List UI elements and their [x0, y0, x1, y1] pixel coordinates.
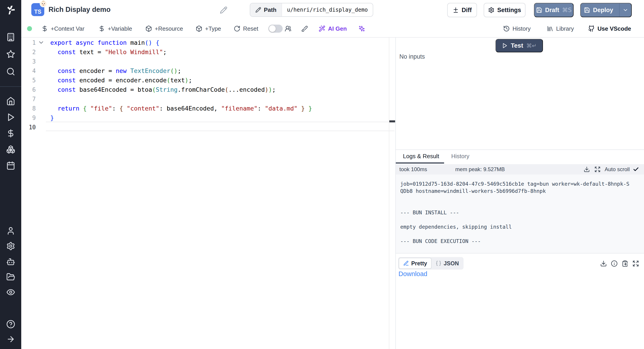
add-context-var-label: +Context Var: [51, 25, 84, 32]
job-logs[interactable]: job=01912d75-163d-8204-47c9-5469c516cb1e…: [396, 175, 644, 253]
ai-gen-button[interactable]: AI Gen: [319, 20, 347, 37]
test-shortcut: ⌘↵: [526, 43, 537, 49]
overview-ruler: [389, 38, 389, 349]
code-line[interactable]: const encoder = new TextEncoder();: [50, 66, 312, 76]
info-icon[interactable]: [611, 260, 618, 267]
format-brush-button[interactable]: [301, 20, 308, 37]
user-icon[interactable]: [6, 226, 15, 235]
path-widget[interactable]: Path u/henri/rich_display_demo: [250, 3, 373, 17]
overview-ruler-cursor-mark: [389, 120, 395, 122]
expand-logs-icon[interactable]: [594, 166, 600, 172]
toggle-switch-off[interactable]: [268, 25, 283, 33]
run-panel: Test ⌘↵ No inputs Logs & Result History …: [395, 38, 644, 349]
download-result-icon[interactable]: [600, 260, 607, 267]
add-resource-button[interactable]: +Resource: [145, 20, 183, 37]
workspace-emoji-badge: [39, 0, 48, 8]
expand-sidebar-arrow-icon[interactable]: [6, 335, 15, 344]
chevron-down-icon: [622, 7, 628, 13]
check-icon[interactable]: [633, 166, 639, 172]
history-button[interactable]: History: [503, 20, 531, 37]
variables-dollar-icon[interactable]: [6, 129, 15, 138]
code-line[interactable]: const encoded = encoder.encode(text);: [50, 76, 312, 85]
green-status-dot: [27, 26, 32, 31]
library-icon: [547, 25, 554, 32]
tab-history[interactable]: History: [451, 150, 469, 162]
line-number: 10: [21, 123, 46, 132]
code-line[interactable]: [50, 57, 312, 66]
diff-button[interactable]: Diff: [447, 3, 477, 17]
bot-icon[interactable]: [6, 257, 15, 266]
add-variable-label: +Variable: [108, 25, 132, 32]
result-view-toggle: Pretty JSON: [398, 257, 464, 270]
deploy-dropdown[interactable]: [619, 3, 631, 17]
use-vscode-button[interactable]: Use VScode: [588, 20, 631, 37]
code-line[interactable]: [50, 94, 312, 104]
resources-boxes-icon[interactable]: [6, 145, 15, 154]
code-line[interactable]: export async function main() {: [50, 38, 312, 48]
favorites-star-icon[interactable]: [6, 50, 15, 59]
active-tab-underline: [396, 162, 444, 164]
history-clock-icon: [503, 25, 510, 32]
path-label[interactable]: Path: [250, 3, 282, 16]
code-line[interactable]: return { "file": { "content": base64Enco…: [50, 104, 312, 113]
code-editor[interactable]: 12345678910 export async function main()…: [21, 38, 395, 349]
braces-icon: [436, 260, 442, 266]
folder-open-icon[interactable]: [6, 272, 15, 281]
magic-wand-icon: [319, 25, 325, 32]
code-line[interactable]: [50, 123, 312, 132]
multiplayer-toggle[interactable]: [268, 20, 283, 37]
pen-icon: [403, 260, 409, 266]
ai-gen-label: AI Gen: [328, 25, 347, 32]
json-view-button[interactable]: JSON: [432, 258, 463, 269]
reset-button[interactable]: Reset: [234, 20, 258, 37]
add-resource-label: +Resource: [155, 25, 183, 32]
search-icon[interactable]: [6, 67, 15, 76]
path-label-text: Path: [264, 7, 276, 14]
add-type-button[interactable]: +Type: [196, 20, 221, 37]
tab-logs-result[interactable]: Logs & Result: [403, 150, 439, 162]
help-icon[interactable]: [6, 320, 15, 329]
edit-summary-pencil-icon[interactable]: [220, 6, 228, 14]
save-icon: [584, 7, 590, 13]
settings-gear-icon[interactable]: [6, 242, 15, 251]
add-context-var-button[interactable]: +Context Var: [41, 20, 84, 37]
fold-chevron-down-icon[interactable]: [38, 39, 44, 46]
deploy-button[interactable]: Deploy: [580, 3, 632, 17]
settings-button[interactable]: Settings: [484, 3, 526, 17]
use-vscode-label: Use VScode: [598, 25, 631, 32]
expand-result-icon[interactable]: [632, 260, 639, 267]
download-link[interactable]: Download: [398, 270, 427, 278]
path-value[interactable]: u/henri/rich_display_demo: [282, 3, 372, 16]
collaborators-button[interactable]: [285, 20, 291, 37]
windmill-logo[interactable]: [0, 0, 21, 20]
home-icon[interactable]: [6, 97, 15, 106]
page-title: Rich Display demo: [48, 6, 110, 14]
line-number: 6: [21, 85, 46, 94]
users-icon: [285, 25, 291, 32]
code-line[interactable]: }: [50, 113, 312, 123]
code-content[interactable]: export async function main() { const tex…: [50, 38, 312, 132]
topbar: TS Rich Display demo Path u/henri/rich_d…: [21, 0, 644, 20]
dollar-icon: [98, 25, 105, 32]
copy-clipboard-icon[interactable]: [622, 260, 628, 267]
deploy-main[interactable]: Deploy: [581, 3, 616, 17]
download-logs-icon[interactable]: [584, 166, 590, 172]
result-toolbar: Pretty JSON: [396, 253, 644, 274]
code-line[interactable]: const base64Encoded = btoa(String.fromCh…: [50, 85, 312, 94]
add-variable-button[interactable]: +Variable: [98, 20, 132, 37]
ai-sparkles-button[interactable]: [358, 20, 365, 37]
dollar-icon: [41, 25, 48, 32]
workspace-building-icon[interactable]: [6, 33, 15, 42]
draft-shortcut: ⌘S: [562, 7, 572, 14]
runs-play-icon[interactable]: [6, 113, 15, 122]
code-line[interactable]: const text = "Hello Windmill";: [50, 48, 312, 57]
auto-scroll-label[interactable]: Auto scroll: [605, 166, 630, 172]
eye-icon[interactable]: [6, 288, 15, 297]
draft-button[interactable]: Draft ⌘S: [534, 3, 574, 17]
pretty-view-button[interactable]: Pretty: [399, 258, 432, 269]
library-button[interactable]: Library: [547, 20, 574, 37]
schedules-calendar-icon[interactable]: [6, 161, 15, 170]
settings-gear-icon: [488, 7, 494, 13]
line-number: 9: [21, 113, 46, 123]
test-button[interactable]: Test ⌘↵: [496, 39, 543, 52]
